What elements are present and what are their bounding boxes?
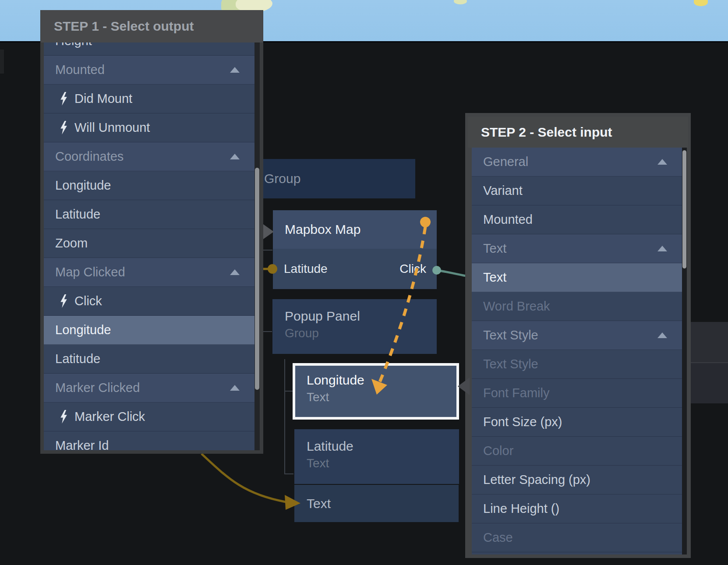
list-row-font-size-px-[interactable]: Font Size (px)	[472, 408, 682, 437]
list-row-word-break[interactable]: Word Break	[472, 292, 682, 321]
list-row-label: Coordinates	[55, 149, 124, 164]
list-row-longitude[interactable]: Longitude	[44, 316, 254, 345]
step1-scrollbar-thumb[interactable]	[255, 168, 259, 390]
node-title: Latitude	[307, 439, 353, 454]
list-row-coordinates[interactable]: Coordinates	[44, 142, 254, 171]
list-row-marker-id[interactable]: Marker Id	[44, 431, 254, 450]
collapse-arrow-icon[interactable]	[230, 154, 240, 159]
panel-to-text-connection	[201, 454, 286, 502]
node-subtitle: Text	[307, 390, 329, 404]
list-row-text[interactable]: Text	[472, 234, 682, 263]
node-editor-canvas: Group Mapbox Map Latitude Click Popup Pa…	[0, 0, 728, 565]
collapse-arrow-icon[interactable]	[230, 385, 240, 391]
ui-fragment-left	[0, 49, 4, 74]
list-row-marker-clicked[interactable]: Marker Clicked	[44, 374, 254, 403]
collapse-arrow-icon[interactable]	[657, 159, 667, 165]
node-text[interactable]: Text	[294, 485, 459, 522]
tree-line-vertical	[284, 359, 285, 474]
node-title: Longitude	[307, 373, 364, 388]
list-row-height[interactable]: Height	[44, 42, 254, 56]
list-row-label: Mounted	[55, 63, 105, 77]
port-click[interactable]: Click	[399, 249, 426, 289]
node-title: Popup Panel	[285, 309, 360, 324]
list-row-label: Height	[55, 42, 92, 48]
list-row-did-mount[interactable]: Did Mount	[44, 85, 254, 113]
list-row-line-height-[interactable]: Line Height ()	[472, 494, 682, 523]
list-row-label: Longitude	[55, 178, 111, 193]
step1-output-list[interactable]: HeightMountedDid MountWill UnmountCoordi…	[44, 42, 254, 450]
tree-line-stub	[284, 391, 293, 392]
node-subtitle: Group	[285, 326, 319, 340]
node-ports: Latitude Click	[273, 249, 437, 289]
list-row-zoom[interactable]: Zoom	[44, 229, 254, 258]
list-row-label: Mounted	[483, 212, 533, 227]
list-row-longitude[interactable]: Longitude	[44, 171, 254, 200]
collapse-arrow-icon[interactable]	[657, 332, 667, 338]
list-row-case[interactable]: Case	[472, 523, 682, 552]
step2-panel-title: STEP 2 - Select input	[481, 117, 612, 148]
node-longitude-selection-border: Longitude Text	[293, 363, 459, 420]
port-latitude[interactable]: Latitude	[284, 249, 328, 289]
step2-panel-header: STEP 2 - Select input	[468, 117, 688, 148]
event-bolt-icon	[60, 92, 68, 106]
list-row-label: Marker Click	[74, 410, 145, 424]
list-row-text-style[interactable]: Text Style	[472, 321, 682, 350]
node-subtitle: Text	[307, 456, 329, 470]
event-bolt-icon	[60, 410, 68, 424]
list-row-will-unmount[interactable]: Will Unmount	[44, 113, 254, 142]
node-mapbox-map[interactable]: Mapbox Map Latitude Click	[273, 210, 437, 289]
list-row-label: Variant	[483, 184, 523, 198]
list-row-label: Did Mount	[74, 92, 132, 106]
list-row-text[interactable]: Text	[472, 263, 682, 292]
step2-pointer-icon	[458, 378, 470, 395]
tree-line-stub	[284, 473, 293, 474]
step2-scrollbar-thumb[interactable]	[682, 150, 686, 268]
list-row-click[interactable]: Click	[44, 287, 254, 316]
list-row-label: Zoom	[55, 236, 88, 251]
list-row-color[interactable]: Color	[472, 437, 682, 466]
tree-line-stub	[263, 250, 272, 251]
list-row-label: Case	[483, 530, 513, 545]
node-popup-panel[interactable]: Popup Panel Group	[272, 299, 437, 354]
node-title: Group	[264, 159, 300, 198]
list-row-label: Latitude	[55, 352, 100, 366]
list-row-general[interactable]: General	[472, 148, 682, 177]
list-row-label: Marker Id	[55, 438, 109, 450]
node-header[interactable]: Mapbox Map	[273, 210, 437, 249]
list-row-variant[interactable]: Variant	[472, 177, 682, 205]
offscreen-node-fragment	[691, 363, 728, 403]
list-row-latitude[interactable]: Latitude	[44, 200, 254, 229]
list-row-letter-spacing-px-[interactable]: Letter Spacing (px)	[472, 466, 682, 494]
list-row-label: Map Clicked	[55, 265, 125, 279]
list-row-label: Click	[74, 294, 102, 308]
list-row-map-clicked[interactable]: Map Clicked	[44, 258, 254, 287]
list-row-label: Text Style	[483, 328, 538, 343]
step1-pointer-icon	[263, 224, 274, 239]
node-latitude[interactable]: Latitude Text	[294, 429, 459, 484]
list-row-marker-click[interactable]: Marker Click	[44, 403, 254, 431]
collapse-arrow-icon[interactable]	[230, 269, 240, 275]
collapse-arrow-icon[interactable]	[657, 246, 667, 251]
step2-select-input-panel: STEP 2 - Select input GeneralVariantMoun…	[465, 113, 691, 558]
click-signal-connection	[437, 270, 469, 276]
list-row-label: Font Size (px)	[483, 415, 562, 429]
list-row-label: Text	[483, 270, 506, 285]
list-row-font-family[interactable]: Font Family	[472, 379, 682, 408]
list-row-label: Word Break	[483, 299, 550, 314]
list-row-mounted[interactable]: Mounted	[44, 56, 254, 85]
map-land-blob	[694, 0, 708, 6]
list-row-label: Marker Clicked	[55, 381, 140, 395]
list-row-label: Font Family	[483, 386, 549, 400]
step1-panel-title: STEP 1 - Select output	[54, 10, 194, 42]
collapse-arrow-icon[interactable]	[230, 67, 240, 73]
node-longitude[interactable]: Longitude Text	[295, 366, 456, 417]
list-row-latitude[interactable]: Latitude	[44, 345, 254, 374]
list-row-mounted[interactable]: Mounted	[472, 205, 682, 234]
list-row-text-style[interactable]: Text Style	[472, 350, 682, 379]
event-bolt-icon	[60, 121, 68, 134]
step2-input-list[interactable]: GeneralVariantMountedTextTextWord BreakT…	[472, 148, 682, 554]
node-group[interactable]: Group	[245, 159, 415, 198]
list-row-label: Will Unmount	[74, 120, 150, 135]
step1-panel-header: STEP 1 - Select output	[41, 10, 263, 42]
list-row-label: Line Height ()	[483, 501, 559, 516]
